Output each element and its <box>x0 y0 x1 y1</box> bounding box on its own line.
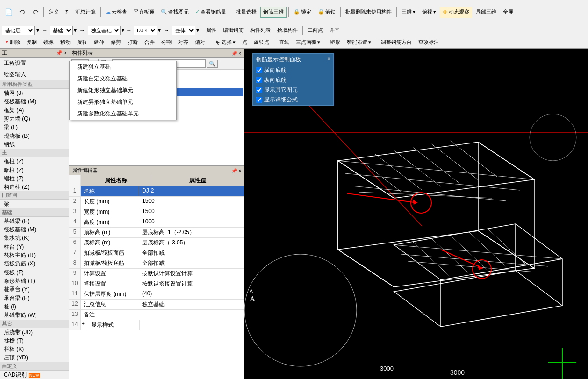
rebar-line-item[interactable]: 钢线 <box>0 140 69 149</box>
align-btn-s[interactable]: 并平 <box>327 25 343 36</box>
drawing-input[interactable]: 绘图输入 <box>0 69 69 80</box>
project-settings[interactable]: 工程设置 <box>0 58 69 69</box>
attr-row-12[interactable]: 12 汇总信息 独立基础 <box>69 300 244 310</box>
rebar-3d-btn[interactable]: 钢筋三维 <box>260 7 287 18</box>
pick-comp-btn[interactable]: 拾取构件 <box>274 25 301 36</box>
cad-item[interactable]: CAD识别 NEW <box>0 371 69 379</box>
smart-btn[interactable]: 智能布置▾ <box>344 37 374 48</box>
col-z-item[interactable]: 框柱 (Z) <box>0 157 69 165</box>
two-point-btn[interactable]: 二两点 <box>305 25 326 36</box>
attr-row-1[interactable]: 1 名称 DJ-2 <box>69 186 244 197</box>
floor-select[interactable]: 基础层 <box>2 26 35 35</box>
edit-rebar-btn[interactable]: 编辑钢筋 <box>220 25 246 36</box>
attr-btn[interactable]: 属性 <box>203 25 219 36</box>
line-btn[interactable]: 直线 <box>276 37 292 48</box>
col-d-item[interactable]: 端柱 (Z) <box>0 174 69 183</box>
heng-checkbox[interactable] <box>256 67 262 73</box>
beam-item[interactable]: 梁 (L) <box>0 123 69 131</box>
attr-row-3[interactable]: 3 宽度 (mm) 1500 <box>69 207 244 217</box>
local-3d-btn[interactable]: 局部三维 <box>473 7 499 18</box>
raft-item[interactable]: 筏板基础 (M) <box>0 97 69 106</box>
zhutaiY-item[interactable]: 桩承台 (Y) <box>0 285 69 293</box>
rebar-check-detail[interactable]: 显示详细公式 <box>253 95 333 105</box>
level-btn[interactable]: 平齐板顶 <box>131 7 157 18</box>
new-btn[interactable]: 📄 <box>2 7 15 18</box>
pair-btn[interactable]: 偏对 <box>192 37 208 48</box>
extend-btn[interactable]: 延伸 <box>91 37 107 48</box>
batch-select-btn[interactable]: 批量选择 <box>233 7 259 18</box>
comp-list-btn[interactable]: 构件列表 <box>247 25 273 36</box>
attr-close[interactable]: × <box>238 168 241 173</box>
trim-btn[interactable]: 修剪 <box>108 37 124 48</box>
detail-checkbox[interactable] <box>256 97 262 103</box>
3d-btn[interactable]: 三维▾ <box>399 7 418 18</box>
zhuang-item[interactable]: 桩 (I) <box>0 302 69 311</box>
adjust-rebar-btn[interactable]: 调整钢筋方向 <box>378 37 415 48</box>
comp-list-close[interactable]: × <box>238 51 241 56</box>
select-btn[interactable]: 选择▾ <box>212 37 238 48</box>
fix-mark-btn[interactable]: 查改标注 <box>416 37 442 48</box>
hou-item[interactable]: 后浇带 (JD) <box>0 328 69 336</box>
rebar-check-heng[interactable]: 横向底筋 <box>253 65 333 75</box>
dropdown-item-rect[interactable]: 新建矩形独立基础单元 <box>70 85 176 96</box>
attr-row-8[interactable]: 8 扣减板/筏板底筋 全部扣减 <box>69 258 244 269</box>
attr-row-10[interactable]: 10 搭接设置 按默认搭接设置计算 <box>69 279 244 289</box>
col-g-item[interactable]: 构造柱 (Z) <box>0 183 69 191</box>
attr-row-14[interactable]: 14 + 显示样式 <box>69 320 244 330</box>
unlock-btn[interactable]: 🔓 解锁 <box>315 7 338 18</box>
lan-item[interactable]: 栏板 (K) <box>0 345 69 353</box>
full-btn[interactable]: 全屏 <box>500 7 516 18</box>
rebar-close[interactable]: × <box>327 56 330 64</box>
point-btn[interactable]: 点 <box>239 37 250 48</box>
sum-btn[interactable]: Σ <box>63 7 72 18</box>
tiao2-item[interactable]: 挑檐 (T) <box>0 336 69 345</box>
dynamic-view-btn[interactable]: 👁 动态观察 <box>440 7 472 18</box>
rect-btn[interactable]: 矩形 <box>327 37 343 48</box>
beam2-item[interactable]: 梁 <box>0 200 69 208</box>
define-btn[interactable]: 定义 <box>46 7 62 18</box>
display-select[interactable]: 整体 <box>172 26 195 35</box>
jibanR-item[interactable]: 筏板主筋 (R) <box>0 251 69 259</box>
attr-pin[interactable]: 📌 <box>231 168 237 173</box>
copy-btn[interactable]: 复制 <box>24 37 40 48</box>
attr-row-6[interactable]: 6 底标高 (m) 层底标高（-3.05） <box>69 238 244 248</box>
attr-row-2[interactable]: 2 长度 (mm) 1500 <box>69 197 244 207</box>
mirror-btn[interactable]: 镜像 <box>41 37 57 48</box>
stamp-btn[interactable]: 打断 <box>125 37 141 48</box>
attr-row-13[interactable]: 13 备注 <box>69 310 244 320</box>
comp-id-select[interactable]: DJ-4 <box>134 26 157 35</box>
tiao-item[interactable]: 条形基础 (T) <box>0 277 69 285</box>
jichu-M-item[interactable]: 筏板基础 (M) <box>0 225 69 234</box>
comp-list-pin[interactable]: 📌 <box>231 51 237 56</box>
shear-item[interactable]: 剪力墙 (Q) <box>0 114 69 123</box>
redo-btn[interactable] <box>29 7 42 18</box>
dropdown-item-custom[interactable]: 新建自定义独立基础 <box>70 73 176 85</box>
attr-row-9[interactable]: 9 计算设置 按默认计算设置计算 <box>69 269 244 279</box>
jichuW-item[interactable]: 基础带筋 (W) <box>0 311 69 319</box>
three-pt-btn[interactable]: 三点画弧▾ <box>293 37 323 48</box>
attr-row-5[interactable]: 5 顶标高 (m) 层底标高+1（-2.05） <box>69 228 244 238</box>
split-btn[interactable]: 分割 <box>158 37 174 48</box>
rebar-check-other[interactable]: 显示其它图元 <box>253 85 333 95</box>
union-btn[interactable]: 合并 <box>142 37 158 48</box>
cloud-check-btn[interactable]: ☁ 云检查 <box>103 7 130 18</box>
rebar-check-zong[interactable]: 纵向底筋 <box>253 75 333 85</box>
floor-type-select[interactable]: 基础 <box>50 26 73 35</box>
calc-btn[interactable]: 汇总计算 <box>72 7 99 18</box>
attr-row-7[interactable]: 7 扣减板/筏板面筋 全部扣减 <box>69 248 244 258</box>
attr-row-4[interactable]: 4 高度 (mm) 1000 <box>69 217 244 228</box>
axis-item[interactable]: 轴网 (J) <box>0 89 69 97</box>
zhutai-item[interactable]: 柱台 (Y) <box>0 243 69 251</box>
delete-btn[interactable]: ✕ 删除 <box>2 37 23 48</box>
doll-view-btn[interactable]: 俯视▾ <box>419 7 439 18</box>
dropdown-item-param[interactable]: 新建参数化独立基础单元 <box>70 108 176 120</box>
attr-row-11[interactable]: 11 保护层厚度 (mm) (40) <box>69 289 244 300</box>
other-checkbox[interactable] <box>256 87 262 93</box>
dropdown-item-standalone[interactable]: 新建独立基础 <box>70 61 176 73</box>
dropdown-item-poly[interactable]: 新建异形独立基础单元 <box>70 96 176 108</box>
zong-checkbox[interactable] <box>256 77 262 83</box>
undo-btn[interactable] <box>16 7 29 18</box>
rotate-pt-btn[interactable]: 旋转点 <box>251 37 272 48</box>
chengtai-item[interactable]: 承台梁 (F) <box>0 294 69 302</box>
move-btn[interactable]: 移动 <box>57 37 73 48</box>
